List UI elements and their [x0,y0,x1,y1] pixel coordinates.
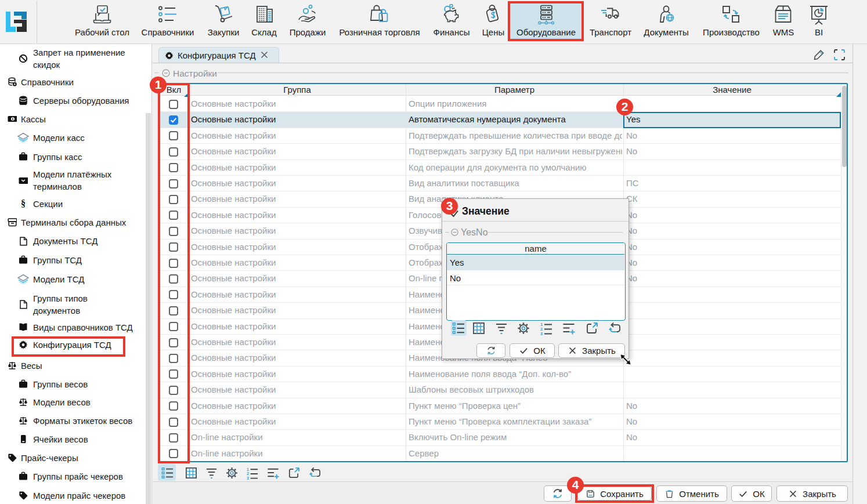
svg-text:3: 3 [246,476,248,480]
svg-text:§: § [21,199,26,208]
svg-text:3: 3 [540,331,543,335]
